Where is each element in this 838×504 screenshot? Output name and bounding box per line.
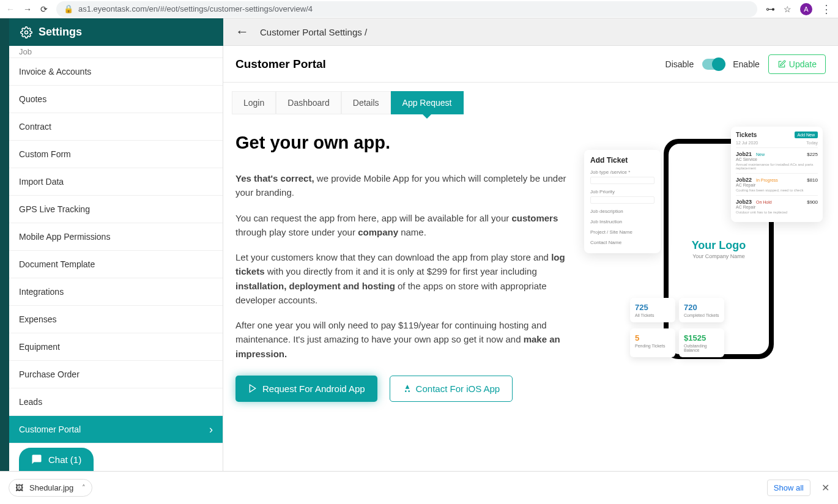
show-all-button[interactable]: Show all <box>767 480 810 496</box>
sidebar-header: Settings <box>9 18 223 46</box>
sidebar-item-mobile-perms[interactable]: Mobile App Permissions <box>9 223 223 251</box>
tab-details[interactable]: Details <box>341 91 391 114</box>
chevron-up-icon[interactable]: ˄ <box>82 484 86 492</box>
key-icon[interactable]: ⊶ <box>766 4 775 15</box>
browser-menu-icon[interactable]: ⋮ <box>821 2 832 16</box>
enable-label: Enable <box>733 59 760 69</box>
sidebar-item-integrations[interactable]: Integrations <box>9 278 223 306</box>
disable-label: Disable <box>666 59 694 69</box>
tickets-card: TicketsAdd New 12 Jul 2020Today Job21New… <box>731 127 823 222</box>
chat-label: Chat (1) <box>48 454 81 465</box>
nav-back-icon[interactable]: ← <box>6 4 15 14</box>
stats-card-2: 5Pending Tickets $1525Outstanding Balanc… <box>630 328 724 357</box>
url-bar[interactable]: 🔒 as1.eyeontask.com/en/#/eot/settings/cu… <box>56 1 757 17</box>
close-icon[interactable]: ✕ <box>821 482 829 494</box>
content-column: Get your own app. Yes that's correct, we… <box>235 133 569 453</box>
svg-point-3 <box>408 391 410 393</box>
tab-app-request[interactable]: App Request <box>391 91 464 114</box>
main-content: ← Customer Portal Settings / Customer Po… <box>223 18 838 471</box>
settings-sidebar: Settings Job Invoice & Accounts Quotes C… <box>9 18 223 471</box>
sidebar-title: Settings <box>39 26 82 39</box>
sidebar-item-import[interactable]: Import Data <box>9 168 223 196</box>
back-arrow-icon[interactable]: ← <box>235 24 249 40</box>
page-title: Customer Portal <box>235 57 326 71</box>
play-store-icon <box>248 384 258 393</box>
headline: Get your own app. <box>235 133 569 153</box>
contact-ios-button[interactable]: Contact For iOS App <box>390 376 513 402</box>
nav-forward-icon[interactable]: → <box>23 4 32 14</box>
para-2: You can request the app from here, app w… <box>235 211 569 240</box>
chat-button[interactable]: Chat (1) <box>19 448 94 471</box>
sidebar-item-leads[interactable]: Leads <box>9 388 223 416</box>
download-filename: Shedular.jpg <box>29 483 73 492</box>
url-text: as1.eyeontask.com/en/#/eot/settings/cust… <box>78 4 313 13</box>
edit-icon <box>777 60 786 69</box>
enable-toggle[interactable] <box>702 59 724 70</box>
para-4: After one year you will only need to pay… <box>235 318 569 361</box>
nav-reload-icon[interactable]: ⟳ <box>40 4 48 14</box>
breadcrumb: Customer Portal Settings / <box>260 27 367 37</box>
chat-icon <box>31 454 42 465</box>
lock-icon: 🔒 <box>64 4 73 13</box>
sidebar-list: Job Invoice & Accounts Quotes Contract C… <box>9 46 223 471</box>
phone-subtitle: Your Company Name <box>692 253 745 259</box>
sidebar-item-equipment[interactable]: Equipment <box>9 333 223 361</box>
star-icon[interactable]: ☆ <box>784 4 792 14</box>
profile-avatar[interactable]: A <box>800 3 812 15</box>
tab-dashboard[interactable]: Dashboard <box>276 91 341 114</box>
download-bar: 🖼 Shedular.jpg ˄ Show all ✕ <box>0 471 838 504</box>
sidebar-item-quotes[interactable]: Quotes <box>9 86 223 113</box>
gear-icon <box>20 26 32 39</box>
app-store-icon <box>402 384 412 393</box>
svg-point-2 <box>405 391 407 393</box>
sidebar-item-purchase-order[interactable]: Purchase Order <box>9 361 223 388</box>
top-bar: ← Customer Portal Settings / <box>223 18 838 46</box>
sidebar-item-doc-template[interactable]: Document Template <box>9 251 223 278</box>
download-item[interactable]: 🖼 Shedular.jpg ˄ <box>9 479 92 497</box>
add-ticket-card: Add Ticket Job type /service * Job Prior… <box>584 150 661 253</box>
svg-marker-1 <box>250 385 255 392</box>
tabs: Login Dashboard Details App Request <box>223 83 838 114</box>
sidebar-item-invoice[interactable]: Invoice & Accounts <box>9 58 223 86</box>
sidebar-item-job[interactable]: Job <box>9 46 223 58</box>
file-icon: 🖼 <box>15 483 23 492</box>
para-1: Yes that's correct, we provide Mobile Ap… <box>235 171 569 200</box>
sidebar-item-expenses[interactable]: Expenses <box>9 306 223 333</box>
request-android-button[interactable]: Request For Android App <box>235 376 377 402</box>
update-button[interactable]: Update <box>768 54 826 74</box>
sidebar-item-customer-portal[interactable]: Customer Portal <box>9 416 223 443</box>
stats-card: 725All Tickets 720Completed Tickets <box>630 298 724 322</box>
app-rail <box>0 18 9 471</box>
phone-logo: Your Logo <box>692 239 746 252</box>
mockup-illustration: Your Logo Your Company Name Add Ticket J… <box>581 133 826 453</box>
svg-point-0 <box>25 31 28 34</box>
page-header: Customer Portal Disable Enable Update <box>223 46 838 83</box>
para-3: Let your customers know that they can do… <box>235 250 569 307</box>
sidebar-item-gps[interactable]: GPS Live Tracking <box>9 196 223 223</box>
browser-chrome: ← → ⟳ 🔒 as1.eyeontask.com/en/#/eot/setti… <box>0 0 838 18</box>
tab-login[interactable]: Login <box>232 91 276 114</box>
sidebar-item-custom-form[interactable]: Custom Form <box>9 141 223 168</box>
sidebar-item-contract[interactable]: Contract <box>9 113 223 141</box>
